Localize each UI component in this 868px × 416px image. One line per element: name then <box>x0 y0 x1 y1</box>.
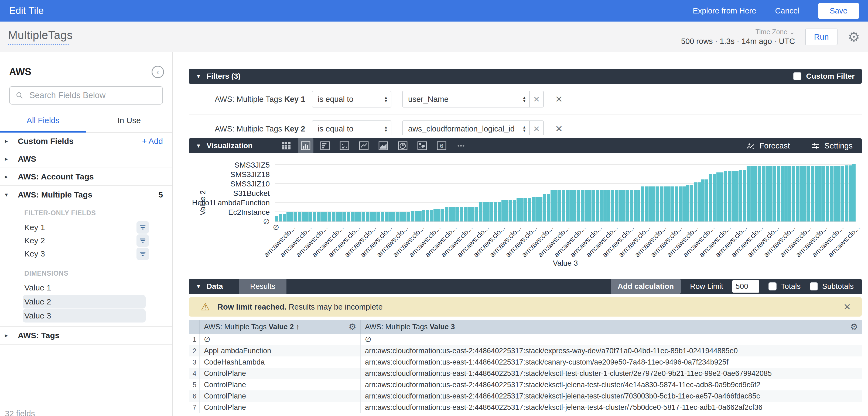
gear-icon[interactable]: ⚙ <box>848 30 860 44</box>
bar <box>611 190 614 221</box>
bar <box>777 166 780 221</box>
custom-filter-checkbox[interactable] <box>793 72 801 80</box>
forecast-button[interactable]: Forecast <box>746 141 790 150</box>
filters-header[interactable]: ▼ Filters (3) Custom Filter <box>189 69 862 84</box>
add-calculation-button[interactable]: Add calculation <box>611 279 681 294</box>
sidebar-group-aws-account-tags[interactable]: ▸ AWS: Account Tags <box>0 168 172 186</box>
bar <box>562 190 565 221</box>
search-input[interactable] <box>29 91 156 100</box>
field-key-3[interactable]: Key 3 <box>0 247 172 260</box>
table-row[interactable]: 7ControlPlanearn:aws:cloudformation:us-e… <box>189 402 862 413</box>
operator-select[interactable]: is equal to ▴▾ <box>312 91 392 107</box>
bar-chart: Value 2 SMS3JIZ5SMS3JIZ18SMS3JIZ10S31Buc… <box>189 153 862 279</box>
single-value-icon[interactable]: 6 <box>434 138 450 153</box>
totals-checkbox[interactable] <box>769 282 777 290</box>
remove-filter-icon[interactable]: ✕ <box>555 124 563 134</box>
table-row[interactable]: 2AppLambdaFunctionarn:aws:cloudformation… <box>189 345 862 356</box>
column-header-value3[interactable]: AWS: Multiple Tags Value 3 ⚙ <box>360 320 862 334</box>
field-key-2[interactable]: Key 2 <box>0 234 172 247</box>
clear-value-icon[interactable]: ✕ <box>529 91 543 107</box>
column-gear-icon[interactable]: ⚙ <box>850 322 858 332</box>
tab-all-fields[interactable]: All Fields <box>0 116 86 132</box>
table-row[interactable]: 1∅∅ <box>189 334 862 345</box>
save-button[interactable]: Save <box>818 3 859 19</box>
field-value-1[interactable]: Value 1 <box>0 281 172 294</box>
column-header-value2[interactable]: AWS: Multiple Tags Value 2 ↑ ⚙ <box>199 320 360 334</box>
cancel-button[interactable]: Cancel <box>775 6 800 15</box>
bar <box>679 186 682 221</box>
tab-results[interactable]: Results <box>239 279 286 294</box>
bar <box>407 212 410 221</box>
sidebar-group-aws-tags[interactable]: ▸ AWS: Tags <box>0 327 172 345</box>
bar <box>279 214 282 221</box>
bar <box>807 166 810 221</box>
clear-value-icon[interactable]: ✕ <box>529 121 543 135</box>
more-icon[interactable] <box>453 138 469 153</box>
bar <box>339 212 343 221</box>
table-row[interactable]: 3CodeHashLambdaarn:aws:cloudformation:us… <box>189 356 862 368</box>
table-row[interactable]: 5ControlPlanearn:aws:cloudformation:us-e… <box>189 379 862 390</box>
scatter-icon[interactable] <box>337 138 352 153</box>
pie-chart-icon[interactable] <box>395 138 410 153</box>
horizontal-bar-icon[interactable] <box>317 138 333 153</box>
bar <box>686 185 689 221</box>
field-value-2[interactable]: Value 2 <box>23 295 146 309</box>
data-header[interactable]: ▼ Data Results Add calculation Row Limit… <box>189 279 862 294</box>
table-row[interactable]: 4ControlPlanearn:aws:cloudformation:us-e… <box>189 368 862 379</box>
sidebar-group-aws[interactable]: ▸ AWS <box>0 150 172 168</box>
value3-cell: arn:aws:cloudformation:us-east-2:4486402… <box>360 390 862 402</box>
field-search[interactable] <box>9 86 163 105</box>
bar <box>648 186 652 221</box>
value2-cell: ControlPlane <box>199 402 360 413</box>
explore-from-here-button[interactable]: Explore from Here <box>693 6 756 15</box>
collapse-sidebar-icon[interactable]: ‹ <box>152 66 164 78</box>
operator-select[interactable]: is equal to ▴▾ <box>312 120 392 135</box>
value-select[interactable]: user_Name ▴▾ ✕ <box>402 91 544 107</box>
remove-filter-icon[interactable]: ✕ <box>555 94 563 105</box>
bar <box>732 171 735 221</box>
field-value-3[interactable]: Value 3 <box>23 309 146 322</box>
bar <box>716 172 720 221</box>
map-icon[interactable] <box>414 138 430 153</box>
bar <box>373 212 376 221</box>
bar <box>811 166 814 221</box>
sidebar-group-custom-fields[interactable]: ▸ Custom Fields + Add <box>0 133 172 150</box>
subtotals-checkbox[interactable] <box>810 282 818 290</box>
bar <box>724 171 727 221</box>
bar <box>701 179 705 221</box>
totals-toggle[interactable]: Totals <box>769 282 801 291</box>
settings-button[interactable]: Settings <box>811 141 852 150</box>
bar <box>626 190 629 221</box>
field-key-1[interactable]: Key 1 <box>0 221 172 234</box>
timezone-dropdown[interactable]: Time Zone ⌄ <box>681 28 795 36</box>
table-icon[interactable] <box>278 138 294 153</box>
bar <box>792 166 795 221</box>
area-chart-icon[interactable] <box>375 138 391 153</box>
fields-count-footer: 32 fields <box>0 406 172 416</box>
dismiss-warning-icon[interactable]: ✕ <box>843 302 851 312</box>
table-row[interactable]: 6ControlPlanearn:aws:cloudformation:us-e… <box>189 390 862 402</box>
filter-icon[interactable] <box>136 248 149 260</box>
row-limit-input[interactable] <box>732 280 759 292</box>
column-gear-icon[interactable]: ⚙ <box>348 322 356 332</box>
subtotals-toggle[interactable]: Subtotals <box>810 282 854 291</box>
query-title[interactable]: MultipleTags <box>8 29 72 42</box>
run-button[interactable]: Run <box>805 29 838 45</box>
filter-icon[interactable] <box>136 221 149 234</box>
filters-title: Filters (3) <box>207 72 241 80</box>
bar <box>581 190 584 221</box>
line-chart-icon[interactable] <box>356 138 372 153</box>
bar <box>633 190 637 221</box>
tab-in-use[interactable]: In Use <box>86 116 172 132</box>
filter-icon[interactable] <box>136 234 149 247</box>
value-select[interactable]: aws_cloudformation_logical_id ▴▾ ✕ <box>402 120 544 135</box>
bar-chart-icon[interactable] <box>298 138 313 153</box>
bar <box>358 212 362 221</box>
bar <box>445 207 448 221</box>
filter-only-fields-label: FILTER-ONLY FIELDS <box>0 209 172 217</box>
bar <box>698 182 701 221</box>
sidebar-group-aws-multiple-tags[interactable]: ▾ AWS: Multiple Tags 5 <box>0 186 172 204</box>
add-custom-field-button[interactable]: + Add <box>142 137 163 146</box>
visualization-header[interactable]: ▼ Visualization 6 Forecast Settings <box>189 138 862 153</box>
bar <box>619 190 622 221</box>
